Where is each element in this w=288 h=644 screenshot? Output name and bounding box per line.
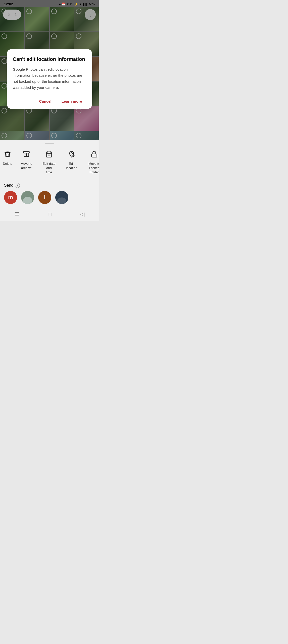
notification-icon: ▼ xyxy=(66,3,69,6)
learn-more-button[interactable]: Learn more xyxy=(58,97,86,106)
battery-icon: 53% xyxy=(89,3,95,6)
delete-label: Delete xyxy=(3,162,12,166)
sheet-actions: Delete Move toarchive xyxy=(0,144,99,180)
edit-location-action[interactable]: Edit location xyxy=(60,147,83,172)
lock-icon xyxy=(89,149,99,160)
status-bar: 12:02 ● 📅 ▼ ⊡ ⚡ ▲ ▌▌▌ 53% xyxy=(0,0,99,7)
avatar-circle: m xyxy=(4,191,17,204)
edit-location-label: Edit location xyxy=(63,162,80,170)
dialog-backdrop: Can't edit location information Google P… xyxy=(0,15,99,143)
cancel-button[interactable]: Cancel xyxy=(35,97,56,106)
edit-date-action[interactable]: Edit date andtime xyxy=(38,147,60,177)
dialog-actions: Cancel Learn more xyxy=(13,97,86,106)
svg-point-7 xyxy=(71,153,72,154)
archive-action[interactable]: Move toarchive xyxy=(15,147,38,172)
delete-action[interactable]: Delete xyxy=(0,147,15,168)
nav-menu-icon[interactable]: ☰ xyxy=(14,211,19,218)
nav-back-icon[interactable]: ◁ xyxy=(80,211,84,218)
lock-folder-action[interactable]: Move toLocked Folder xyxy=(83,147,99,177)
help-icon[interactable]: ? xyxy=(15,183,20,188)
bottom-sheet: Delete Move toarchive xyxy=(0,140,99,208)
contact-avatar[interactable] xyxy=(55,191,68,204)
status-time: 12:02 xyxy=(4,2,13,6)
whatsapp-icon: ● xyxy=(59,2,61,6)
contact-avatar[interactable]: m xyxy=(4,191,17,204)
svg-rect-0 xyxy=(23,152,29,153)
avatar-circle xyxy=(55,191,68,204)
bluetooth-icon: ⚡ xyxy=(75,3,78,6)
contact-avatar[interactable]: i xyxy=(38,191,51,204)
avatar-circle: i xyxy=(38,191,51,204)
archive-label: Move toarchive xyxy=(21,162,32,170)
svg-point-6 xyxy=(49,155,49,155)
lock-folder-label: Move toLocked Folder xyxy=(86,162,99,175)
location-error-dialog: Can't edit location information Google P… xyxy=(7,49,92,109)
send-title: Send ? xyxy=(4,183,95,188)
avatar-circle xyxy=(21,191,34,204)
contact-avatar[interactable] xyxy=(21,191,34,204)
archive-icon xyxy=(21,149,32,160)
send-label: Send xyxy=(4,183,13,188)
location-edit-icon xyxy=(66,149,77,160)
wifi-icon: ▲ xyxy=(79,3,82,6)
delete-icon xyxy=(2,149,13,160)
cast-icon: ⊡ xyxy=(70,3,72,6)
send-section: Send ? m i xyxy=(0,180,99,208)
nav-home-icon[interactable]: □ xyxy=(48,211,51,218)
dialog-body: Google Photos can't edit location inform… xyxy=(13,66,86,91)
edit-date-label: Edit date andtime xyxy=(41,162,57,175)
status-icons: ● 📅 ▼ ⊡ ⚡ ▲ ▌▌▌ 53% xyxy=(59,2,95,6)
send-contacts: m i xyxy=(4,191,95,206)
signal-icon: ▌▌▌ xyxy=(83,3,88,6)
dialog-title: Can't edit location information xyxy=(13,56,86,62)
svg-rect-9 xyxy=(92,154,97,157)
calendar-edit-icon xyxy=(43,149,55,160)
nav-bar: ☰ □ ◁ xyxy=(0,208,99,221)
calendar-notif-icon: 📅 xyxy=(62,3,65,6)
